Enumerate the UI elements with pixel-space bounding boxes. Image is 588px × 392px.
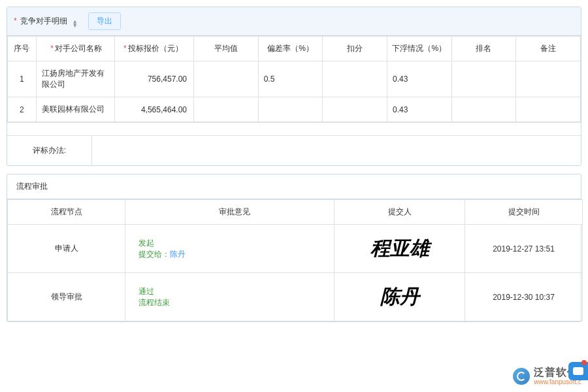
cell-remark [516, 97, 581, 122]
cell-price: 4,565,464.00 [115, 97, 194, 122]
approval-submitter: 程亚雄 [335, 225, 465, 273]
col-node: 流程节点 [8, 200, 125, 225]
required-mark: * [14, 16, 17, 25]
signature: 程亚雄 [370, 237, 429, 259]
col-deviation: 偏差率（%） [258, 37, 323, 61]
cell-deviation: 0.5 [258, 61, 323, 97]
cell-remark [516, 61, 581, 97]
cell-avg [194, 61, 259, 97]
opinion-line2: 提交给：陈丹 [139, 249, 327, 260]
col-deduction: 扣分 [323, 37, 387, 61]
col-opinion: 审批意见 [125, 200, 335, 225]
col-remark: 备注 [516, 37, 581, 61]
approval-node: 领导审批 [8, 273, 125, 321]
cell-name: 美联园林有限公司 [36, 97, 115, 122]
approval-header-row: 流程节点 审批意见 提交人 提交时间 [8, 200, 583, 225]
competitor-detail-title: 竞争对手明细 [20, 16, 67, 25]
approval-node: 申请人 [8, 225, 125, 273]
col-name: *对手公司名称 [36, 37, 115, 61]
opinion-prefix: 流程结束 [139, 298, 170, 307]
approval-row: 申请人 发起 提交给：陈丹 程亚雄 2019-12-27 13:51 [8, 225, 583, 273]
competitor-detail-panel: * 竞争对手明细 ▲▼ 导出 序号 *对手公司名称 *投标报价（元） 平均值 偏… [7, 7, 581, 166]
section-title-wrapper: * 竞争对手明细 ▲▼ [14, 16, 78, 27]
signature: 陈丹 [380, 286, 419, 307]
spacer [7, 122, 581, 135]
col-submitter: 提交人 [335, 200, 465, 225]
table-row: 2 美联园林有限公司 4,565,464.00 0.43 [8, 97, 581, 122]
cell-rank [451, 97, 516, 122]
eval-method-label: 评标办法: [7, 136, 92, 165]
approval-time: 2019-12-27 13:51 [465, 225, 583, 273]
opinion-line2: 流程结束 [139, 297, 327, 308]
col-price: *投标报价（元） [115, 37, 194, 61]
eval-method-value [92, 136, 581, 165]
cell-float-down: 0.43 [387, 61, 451, 97]
cell-price: 756,457.00 [115, 61, 194, 97]
cell-seq: 1 [8, 61, 37, 97]
col-float-down: 下浮情况（%） [387, 37, 451, 61]
col-time: 提交时间 [465, 200, 583, 225]
cell-deviation [258, 97, 323, 122]
approval-opinion: 通过 流程结束 [125, 273, 335, 321]
cell-rank [451, 61, 516, 97]
approval-panel: 流程审批 流程节点 审批意见 提交人 提交时间 申请人 发起 提交给：陈丹 程亚… [7, 174, 581, 322]
approval-opinion: 发起 提交给：陈丹 [125, 225, 335, 273]
opinion-line1: 发起 [139, 238, 327, 249]
approval-time: 2019-12-30 10:37 [465, 273, 583, 321]
col-seq: 序号 [8, 37, 37, 61]
approval-row: 领导审批 通过 流程结束 陈丹 2019-12-30 10:37 [8, 273, 583, 321]
cell-seq: 2 [8, 97, 37, 122]
cell-avg [194, 97, 259, 122]
table-row: 1 江扬房地产开发有限公司 756,457.00 0.5 0.43 [8, 61, 581, 97]
opinion-prefix: 提交给： [139, 250, 170, 259]
approval-title: 流程审批 [7, 174, 581, 199]
approval-table: 流程节点 审批意见 提交人 提交时间 申请人 发起 提交给：陈丹 程亚雄 201… [7, 199, 583, 321]
cell-deduction [323, 61, 387, 97]
opinion-line1: 通过 [139, 286, 327, 297]
cell-float-down: 0.43 [387, 97, 451, 122]
competitor-table: 序号 *对手公司名称 *投标报价（元） 平均值 偏差率（%） 扣分 下浮情况（%… [7, 36, 581, 122]
cell-name: 江扬房地产开发有限公司 [36, 61, 115, 97]
sort-arrows-icon[interactable]: ▲▼ [72, 20, 78, 27]
col-rank: 排名 [451, 37, 516, 61]
col-avg: 平均值 [194, 37, 259, 61]
cell-deduction [323, 97, 387, 122]
approval-submitter: 陈丹 [335, 273, 465, 321]
eval-method-row: 评标办法: [7, 135, 581, 165]
competitor-detail-header: * 竞争对手明细 ▲▼ 导出 [7, 7, 581, 36]
opinion-link[interactable]: 陈丹 [170, 250, 186, 259]
competitor-table-header-row: 序号 *对手公司名称 *投标报价（元） 平均值 偏差率（%） 扣分 下浮情况（%… [8, 37, 581, 61]
export-button[interactable]: 导出 [88, 12, 121, 30]
